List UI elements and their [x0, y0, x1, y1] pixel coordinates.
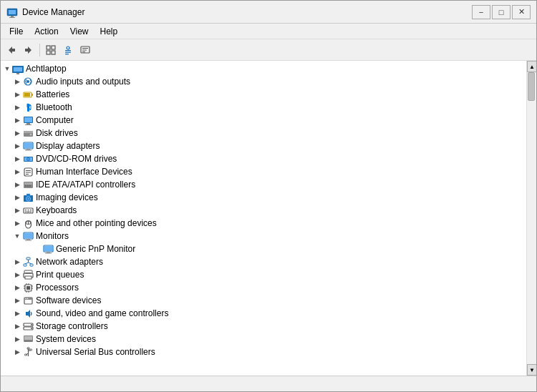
svg-rect-7	[52, 46, 55, 49]
svg-rect-2	[11, 16, 14, 17]
svg-rect-53	[29, 185, 31, 187]
software-icon	[22, 295, 34, 306]
window-title: Device Manager	[22, 7, 472, 17]
svg-rect-46	[26, 170, 31, 171]
imaging-label: Imaging devices	[36, 192, 98, 202]
svg-point-36	[29, 133, 32, 135]
menu-bar: File Action View Help	[1, 24, 536, 39]
node-print[interactable]: ▶ Print queues	[12, 268, 526, 281]
scroll-down-button[interactable]: ▼	[527, 364, 536, 376]
node-batteries[interactable]: ▶ Batteries	[12, 88, 526, 101]
svg-point-104	[31, 328, 32, 329]
network-icon	[22, 256, 34, 268]
menu-help[interactable]: Help	[95, 25, 124, 38]
node-system[interactable]: ▶ System devices	[12, 333, 526, 346]
bluetooth-icon	[22, 102, 34, 113]
svg-rect-52	[27, 185, 29, 187]
svg-rect-12	[65, 52, 71, 52]
menu-view[interactable]: View	[64, 25, 95, 38]
battery-icon	[22, 89, 34, 100]
node-sound[interactable]: ▶ Sound, video and game controllers	[12, 307, 526, 320]
system-label: System devices	[36, 334, 96, 344]
scroll-track[interactable]	[527, 72, 536, 364]
svg-point-44	[27, 158, 28, 159]
svg-rect-77	[24, 264, 26, 266]
node-hid[interactable]: ▶ Human Interface Devices	[12, 165, 526, 178]
node-imaging[interactable]: ▶ Imaging devices	[12, 191, 526, 204]
node-mice[interactable]: ▶ Mice and other pointing devices	[12, 217, 526, 230]
svg-line-81	[28, 263, 32, 264]
usb-label: Universal Serial Bus controllers	[36, 347, 155, 357]
svg-rect-20	[16, 73, 19, 74]
svg-rect-8	[47, 51, 50, 54]
node-generic-pnp[interactable]: Generic PnP Monitor	[32, 242, 526, 255]
node-network[interactable]: ▶ Network adapters	[12, 255, 526, 268]
root-expand[interactable]: ▼	[2, 64, 12, 74]
mice-label: Mice and other pointing devices	[36, 218, 157, 228]
tree-view[interactable]: ▼ Achtlaptop ▶	[1, 61, 526, 376]
node-processors[interactable]: ▶	[12, 281, 526, 294]
scroll-up-button[interactable]: ▲	[527, 61, 536, 72]
bluetooth-label: Bluetooth	[36, 102, 72, 112]
node-bluetooth[interactable]: ▶ Bluetooth	[12, 101, 526, 114]
close-button[interactable]: ✕	[512, 5, 531, 19]
pnp-monitor-icon	[42, 243, 54, 255]
node-computer[interactable]: ▶ Computer	[12, 114, 526, 127]
node-software[interactable]: ▶ Software devices	[12, 294, 526, 307]
title-bar: Device Manager − □ ✕	[1, 1, 536, 24]
svg-rect-38	[24, 143, 32, 148]
root-node[interactable]: ▼ Achtlaptop	[1, 62, 526, 75]
node-ide[interactable]: ▶ IDE ATA/ATAPI controllers	[12, 178, 526, 191]
node-keyboards[interactable]: ▶ Keyboards	[12, 204, 526, 217]
node-storage[interactable]: ▶ Storage controllers	[12, 320, 526, 333]
back-button[interactable]	[4, 42, 19, 58]
svg-rect-17	[82, 52, 85, 52]
svg-rect-51	[25, 185, 26, 187]
audio-icon	[22, 76, 34, 87]
window-controls: − □ ✕	[472, 5, 531, 19]
menu-action[interactable]: Action	[29, 25, 64, 38]
mice-icon	[22, 217, 34, 229]
keyboard-icon	[22, 205, 34, 216]
app-icon	[6, 6, 18, 18]
scroll-thumb[interactable]	[528, 72, 535, 101]
forward-button[interactable]	[21, 42, 37, 58]
node-monitors[interactable]: ▼ Monitors	[12, 230, 526, 242]
software-label: Software devices	[36, 295, 101, 305]
svg-rect-71	[25, 240, 32, 240]
node-display[interactable]: ▶ Display adapters	[12, 139, 526, 152]
svg-rect-48	[26, 174, 29, 175]
svg-marker-4	[9, 46, 15, 54]
svg-point-57	[27, 197, 29, 199]
svg-line-80	[25, 263, 29, 264]
device-manager-window: Device Manager − □ ✕ File Action View He…	[0, 0, 537, 392]
node-audio[interactable]: ▶ Audio inputs and outputs	[12, 75, 526, 88]
print-label: Print queues	[36, 270, 84, 280]
svg-rect-9	[52, 51, 55, 54]
svg-marker-5	[25, 46, 32, 54]
sound-icon	[22, 308, 34, 319]
properties-button[interactable]	[60, 42, 76, 58]
resource-button[interactable]	[77, 42, 93, 58]
print-icon	[22, 269, 34, 280]
svg-rect-62	[25, 211, 26, 212]
imaging-icon	[22, 192, 34, 203]
vertical-scrollbar[interactable]: ▲ ▼	[526, 61, 536, 376]
svg-rect-73	[44, 246, 52, 251]
system-icon	[22, 333, 34, 345]
svg-rect-50	[24, 182, 32, 185]
minimize-button[interactable]: −	[472, 5, 490, 19]
node-dvd[interactable]: ▶ DVD/CD-ROM drives	[12, 152, 526, 165]
svg-rect-70	[26, 239, 30, 240]
view-button[interactable]	[43, 42, 59, 58]
svg-rect-16	[82, 49, 87, 50]
svg-rect-59	[25, 210, 26, 210]
computer-label: Computer	[36, 115, 74, 125]
node-usb[interactable]: ▶ Universal Serial Bus controllers	[12, 346, 526, 358]
node-disk[interactable]: ▶ Disk drives	[12, 127, 526, 139]
svg-rect-19	[14, 67, 22, 72]
maximize-button[interactable]: □	[492, 5, 511, 19]
menu-file[interactable]: File	[4, 25, 29, 38]
monitors-children: Generic PnP Monitor	[12, 242, 526, 255]
usb-icon	[22, 346, 34, 358]
